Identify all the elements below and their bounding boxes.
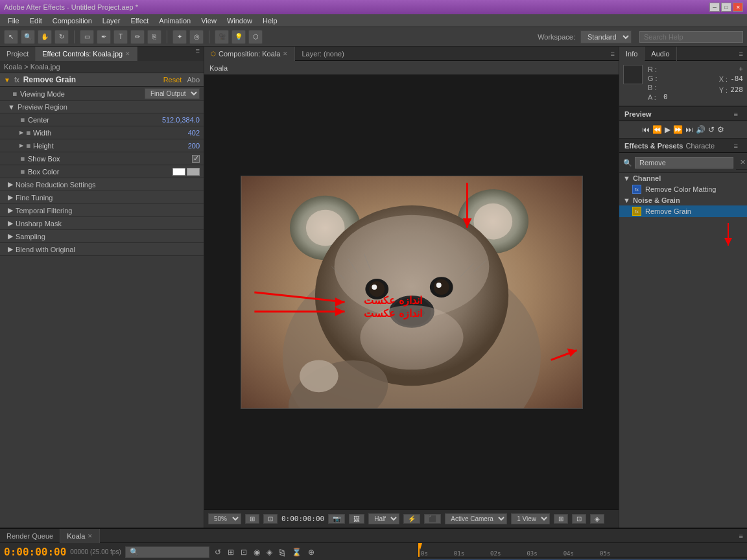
pixel-aspect-button[interactable]: ⊡	[263, 514, 278, 524]
show-box-checkbox[interactable]: ✓	[192, 155, 200, 163]
panel-tab-effect-controls[interactable]: Effect Controls: Koala.jpg ✕	[36, 47, 137, 61]
panel-menu-button[interactable]: ≡	[192, 47, 204, 61]
tool-cam[interactable]: 🎥	[215, 30, 229, 44]
prev-forward-button[interactable]: ⏩	[673, 125, 683, 134]
menu-window[interactable]: Window	[222, 14, 257, 27]
minimize-button[interactable]: ─	[709, 3, 720, 12]
sampling-header[interactable]: ▶ Sampling	[0, 230, 204, 243]
tool-pen[interactable]: ✒	[97, 30, 111, 44]
unsharp-mask-header[interactable]: ▶ Unsharp Mask	[0, 217, 204, 230]
blend-header[interactable]: ▶ Blend with Original	[0, 243, 204, 256]
effects-search-input[interactable]	[635, 157, 733, 169]
show-snapshot-button[interactable]: 🖼	[349, 514, 364, 524]
tab-close-icon[interactable]: ✕	[125, 51, 130, 57]
remove-color-matting-item[interactable]: fx Remove Color Matting	[619, 183, 747, 195]
prev-settings-button[interactable]: ⚙	[717, 125, 724, 134]
current-time[interactable]: 0:00:00:00	[281, 515, 324, 523]
remove-grain-item[interactable]: fx Remove Grain	[619, 205, 747, 217]
width-triangle[interactable]: ▶	[19, 130, 23, 135]
tl-motion-button[interactable]: ⊡	[239, 546, 248, 558]
timeline-search[interactable]	[125, 546, 209, 558]
workspace-dropdown[interactable]: Standard	[580, 30, 632, 43]
camera-dropdown[interactable]: Active Camera	[445, 513, 507, 524]
koala-tab-close[interactable]: ✕	[88, 533, 93, 539]
koala-tab[interactable]: Koala ✕	[60, 529, 100, 543]
grid-button[interactable]: ⊞	[554, 514, 568, 524]
preview-region-header[interactable]: ▼ Preview Region	[0, 101, 204, 113]
tl-loop-button[interactable]: ↺	[213, 546, 222, 558]
tab-info[interactable]: Info	[619, 47, 645, 61]
menu-effect[interactable]: Effect	[125, 14, 154, 27]
zoom-dropdown[interactable]: 50%	[208, 513, 241, 524]
tool-select[interactable]: ↖	[4, 30, 18, 44]
noise-grain-category[interactable]: ▼ Noise & Grain	[619, 195, 747, 205]
box-color-swatch2[interactable]	[187, 168, 200, 176]
info-panel-menu[interactable]: ≡	[735, 50, 747, 58]
tool-zoom[interactable]: 🔍	[21, 30, 35, 44]
maximize-button[interactable]: □	[721, 3, 731, 12]
height-triangle[interactable]: ▶	[19, 143, 23, 148]
prev-first-button[interactable]: ⏮	[642, 125, 650, 134]
effects-search-clear[interactable]: ✕	[736, 156, 747, 170]
tl-time-code-button[interactable]: ⌛	[290, 546, 303, 558]
prev-audio-button[interactable]: 🔊	[696, 125, 706, 134]
tool-rotate[interactable]: ↻	[54, 30, 69, 44]
tl-more-button[interactable]: ⊕	[307, 546, 316, 558]
quality-dropdown[interactable]: Half	[368, 513, 399, 524]
search-help-input[interactable]	[639, 31, 743, 43]
close-button[interactable]: ✕	[733, 3, 743, 12]
composition-tab[interactable]: ⬡ Composition: Koala ✕	[204, 47, 295, 61]
preview-menu[interactable]: ≡	[730, 110, 742, 118]
tl-frames-button[interactable]: ⊞	[226, 546, 235, 558]
region-interest-button[interactable]: ⊡	[572, 514, 586, 524]
render-queue-tab[interactable]: Render Queue	[0, 529, 60, 543]
prev-last-button[interactable]: ⏭	[685, 125, 693, 134]
view-count-dropdown[interactable]: 1 View	[511, 513, 550, 524]
menu-edit[interactable]: Edit	[25, 14, 47, 27]
temporal-filtering-header[interactable]: ▶ Temporal Filtering	[0, 204, 204, 217]
center-value[interactable]: 512.0,384.0	[162, 116, 200, 124]
tool-rect[interactable]: ▭	[80, 30, 94, 44]
menu-animation[interactable]: Animation	[154, 14, 196, 27]
tool-text[interactable]: T	[113, 30, 128, 44]
tool-null[interactable]: ⬡	[248, 30, 263, 44]
comp-flowchart-button[interactable]: ◈	[590, 514, 604, 524]
tool-clone[interactable]: ⎘	[147, 30, 161, 44]
tab-audio[interactable]: Audio	[645, 47, 676, 61]
menu-file[interactable]: File	[3, 14, 25, 27]
comp-tab-close[interactable]: ✕	[283, 51, 288, 57]
tl-markers-button[interactable]: ◈	[265, 546, 274, 558]
timeline-menu[interactable]: ≡	[735, 532, 747, 540]
tool-hand[interactable]: ✋	[38, 30, 52, 44]
transparency-button[interactable]: ⬛	[424, 514, 441, 524]
tl-collapse-button[interactable]: ⧎	[278, 546, 287, 558]
tool-paint[interactable]: ✏	[130, 30, 145, 44]
prev-loop-button[interactable]: ↺	[708, 125, 715, 134]
fine-tuning-header[interactable]: ▶ Fine Tuning	[0, 191, 204, 204]
prev-back-button[interactable]: ⏪	[652, 125, 662, 134]
effect-triangle[interactable]: ▼	[4, 76, 10, 84]
fit-to-comp-button[interactable]: ⊞	[245, 514, 259, 524]
width-value[interactable]: 402	[188, 129, 200, 137]
tl-solo-button[interactable]: ◉	[252, 546, 261, 558]
panel-tab-project[interactable]: Project	[0, 47, 36, 61]
tool-light[interactable]: 💡	[231, 30, 246, 44]
abo-button[interactable]: Abo	[187, 76, 200, 84]
timeline-time[interactable]: 0:00:00:00	[4, 546, 66, 558]
tool-roto[interactable]: ◎	[189, 30, 204, 44]
viewing-mode-dropdown[interactable]: Final Output	[145, 88, 200, 99]
fast-preview-button[interactable]: ⚡	[403, 514, 420, 524]
menu-composition[interactable]: Composition	[47, 14, 97, 27]
channel-category[interactable]: ▼ Channel	[619, 173, 747, 183]
height-value[interactable]: 200	[188, 142, 200, 150]
snapshot-button[interactable]: 📷	[328, 514, 345, 524]
menu-help[interactable]: Help	[257, 14, 283, 27]
noise-reduction-header[interactable]: ▶ Noise Reduction Settings	[0, 178, 204, 191]
effects-menu[interactable]: ≡	[730, 142, 742, 150]
tool-puppet[interactable]: ✦	[172, 30, 187, 44]
menu-view[interactable]: View	[196, 14, 222, 27]
comp-panel-menu[interactable]: ≡	[607, 50, 619, 58]
box-color-swatch1[interactable]	[172, 168, 185, 176]
reset-button[interactable]: Reset	[163, 76, 182, 84]
menu-layer[interactable]: Layer	[97, 14, 126, 27]
